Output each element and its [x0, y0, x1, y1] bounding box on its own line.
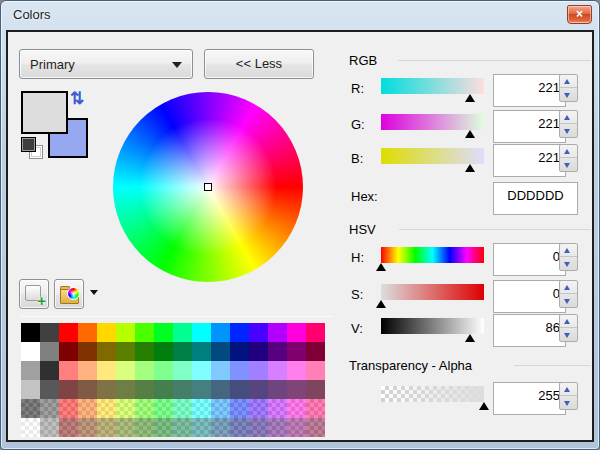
palette-cell[interactable] — [135, 418, 154, 437]
palette-cell[interactable] — [192, 418, 211, 437]
palette-cell[interactable] — [249, 342, 268, 361]
alpha-slider-track[interactable] — [381, 386, 484, 402]
hex-input[interactable]: DDDDDD — [493, 182, 578, 215]
palette-cell[interactable] — [173, 342, 192, 361]
palette-cell[interactable] — [135, 399, 154, 418]
palette-cell[interactable] — [21, 380, 40, 399]
blue-slider-marker[interactable] — [465, 164, 475, 172]
reset-default-colors-icon[interactable] — [21, 137, 45, 161]
palette-cell[interactable] — [211, 418, 230, 437]
value-slider-spin-up-button[interactable] — [560, 315, 577, 328]
blue-slider-track[interactable] — [381, 148, 484, 164]
swap-colors-icon[interactable]: ⇅ — [70, 89, 90, 109]
palette-cell[interactable] — [40, 380, 59, 399]
palette-cell[interactable] — [192, 342, 211, 361]
alpha-slider-spin-up-button[interactable] — [560, 383, 577, 396]
color-wheel[interactable] — [113, 92, 303, 282]
hue-slider-track[interactable] — [381, 247, 484, 263]
palette-cell[interactable] — [154, 361, 173, 380]
palette-cell[interactable] — [306, 361, 325, 380]
palette-cell[interactable] — [97, 323, 116, 342]
palette-cell[interactable] — [154, 399, 173, 418]
palette-cell[interactable] — [249, 323, 268, 342]
palette-cell[interactable] — [78, 342, 97, 361]
palette-cell[interactable] — [306, 418, 325, 437]
palette-cell[interactable] — [287, 399, 306, 418]
palette-cell[interactable] — [306, 342, 325, 361]
palette-cell[interactable] — [268, 399, 287, 418]
title-bar[interactable]: Colors × — [1, 1, 599, 30]
palette-cell[interactable] — [59, 399, 78, 418]
palette-cell[interactable] — [21, 361, 40, 380]
red-slider-spin-up-button[interactable] — [560, 75, 577, 88]
palette-cell[interactable] — [268, 361, 287, 380]
hue-slider-spin-down-button[interactable] — [560, 258, 577, 270]
palette-cell[interactable] — [97, 418, 116, 437]
palette-cell[interactable] — [21, 418, 40, 437]
palette-cell[interactable] — [230, 361, 249, 380]
palette-cell[interactable] — [97, 361, 116, 380]
palette-cell[interactable] — [116, 361, 135, 380]
value-slider-spin-down-button[interactable] — [560, 329, 577, 341]
alpha-slider-marker[interactable] — [479, 402, 489, 410]
saturation-slider-marker[interactable] — [376, 300, 386, 308]
color-target-dropdown[interactable]: Primary — [19, 49, 193, 79]
palette-cell[interactable] — [268, 418, 287, 437]
palette-cell[interactable] — [268, 380, 287, 399]
palette-cell[interactable] — [21, 342, 40, 361]
palette-cell[interactable] — [230, 399, 249, 418]
palette-cell[interactable] — [40, 342, 59, 361]
hue-slider-marker[interactable] — [376, 263, 386, 271]
palette-cell[interactable] — [59, 361, 78, 380]
palette-menu-caret-icon[interactable] — [90, 290, 98, 295]
palette-cell[interactable] — [116, 418, 135, 437]
palette-cell[interactable] — [40, 418, 59, 437]
green-slider-spin-up-button[interactable] — [560, 111, 577, 124]
palette-cell[interactable] — [173, 418, 192, 437]
palette-cell[interactable] — [173, 323, 192, 342]
alpha-slider-input[interactable]: 255 — [493, 382, 566, 415]
palette-cell[interactable] — [287, 418, 306, 437]
palette-cell[interactable] — [59, 323, 78, 342]
palette-cell[interactable] — [287, 361, 306, 380]
palette-cell[interactable] — [59, 418, 78, 437]
palette-cell[interactable] — [287, 342, 306, 361]
palette-cell[interactable] — [135, 361, 154, 380]
palette-cell[interactable] — [173, 399, 192, 418]
palette-cell[interactable] — [40, 399, 59, 418]
palette-cell[interactable] — [21, 323, 40, 342]
palette-cell[interactable] — [78, 380, 97, 399]
palette-cell[interactable] — [211, 361, 230, 380]
palette-cell[interactable] — [40, 323, 59, 342]
palette-cell[interactable] — [268, 323, 287, 342]
palette-menu-button[interactable] — [54, 279, 84, 309]
palette-cell[interactable] — [192, 399, 211, 418]
palette-cell[interactable] — [230, 342, 249, 361]
close-button[interactable]: × — [567, 5, 592, 24]
primary-color-swatch[interactable] — [21, 91, 68, 134]
palette-cell[interactable] — [78, 399, 97, 418]
palette-cell[interactable] — [135, 323, 154, 342]
palette-cell[interactable] — [78, 418, 97, 437]
value-slider-track[interactable] — [381, 318, 484, 334]
palette-cell[interactable] — [230, 418, 249, 437]
blue-slider-spin-down-button[interactable] — [560, 159, 577, 171]
palette-cell[interactable] — [78, 323, 97, 342]
palette-cell[interactable] — [173, 380, 192, 399]
palette-cell[interactable] — [211, 323, 230, 342]
blue-slider-input[interactable]: 221 — [493, 144, 566, 177]
palette-cell[interactable] — [116, 323, 135, 342]
palette-cell[interactable] — [249, 380, 268, 399]
palette-cell[interactable] — [40, 361, 59, 380]
palette-cell[interactable] — [268, 342, 287, 361]
green-slider-marker[interactable] — [465, 130, 475, 138]
palette-cell[interactable] — [306, 323, 325, 342]
palette-cell[interactable] — [287, 380, 306, 399]
palette-cell[interactable] — [116, 380, 135, 399]
palette-cell[interactable] — [230, 380, 249, 399]
palette-cell[interactable] — [154, 342, 173, 361]
palette-cell[interactable] — [135, 380, 154, 399]
blue-slider-spin-up-button[interactable] — [560, 145, 577, 158]
palette-cell[interactable] — [154, 323, 173, 342]
value-slider-marker[interactable] — [465, 334, 475, 342]
